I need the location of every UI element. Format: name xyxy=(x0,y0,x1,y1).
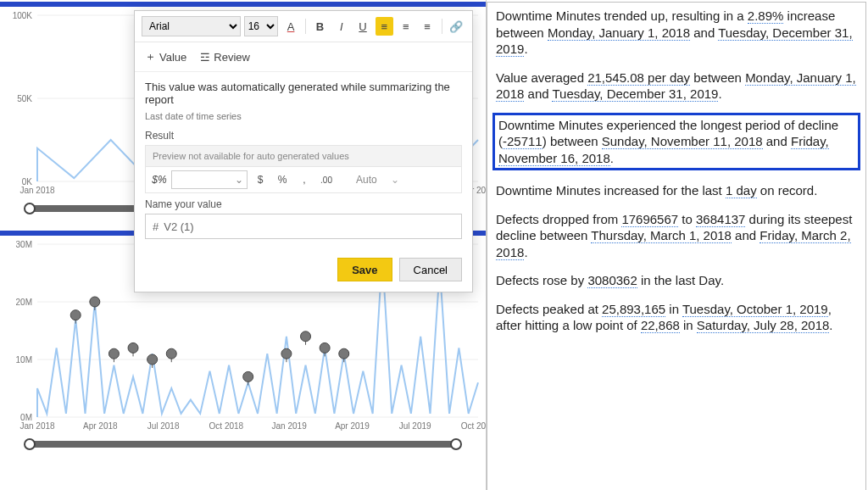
result-preview: Preview not available for auto generated… xyxy=(145,145,462,167)
align-right-button[interactable]: ≡ xyxy=(418,17,436,36)
result-label: Result xyxy=(145,130,462,142)
cancel-button[interactable]: Cancel xyxy=(399,258,462,281)
svg-point-37 xyxy=(70,310,81,320)
decimal-button[interactable]: .00 xyxy=(317,170,336,189)
chart-defects-slider[interactable] xyxy=(29,441,457,448)
slider-thumb-left[interactable] xyxy=(24,203,36,214)
svg-text:Jul 2018: Jul 2018 xyxy=(147,421,180,431)
name-label: Name your value xyxy=(145,198,462,210)
svg-text:Oct 2018: Oct 2018 xyxy=(209,421,244,431)
slider-thumb-left[interactable] xyxy=(24,438,36,450)
svg-text:Jan 2019: Jan 2019 xyxy=(272,421,308,431)
tab-value[interactable]: ＋Value xyxy=(143,47,188,66)
svg-text:Apr 2019: Apr 2019 xyxy=(335,421,370,431)
narrative-line: Defects dropped from 17696567 to 3684137… xyxy=(496,211,857,261)
format-dropdown[interactable]: ⌄ xyxy=(171,170,248,189)
tab-review[interactable]: ☲Review xyxy=(198,47,252,66)
variable-icon: $% xyxy=(151,174,168,186)
svg-text:Jan 2018: Jan 2018 xyxy=(19,186,55,195)
narrative-line: Defects rose by 3080362 in the last Day. xyxy=(496,272,857,289)
svg-text:Jan 2018: Jan 2018 xyxy=(19,421,55,431)
svg-text:10M: 10M xyxy=(16,355,32,365)
link-button[interactable]: 🔗 xyxy=(448,17,465,36)
svg-point-41 xyxy=(108,348,119,359)
font-size-select[interactable]: 16 xyxy=(244,16,279,36)
align-center-button[interactable]: ≡ xyxy=(397,17,415,36)
svg-text:30M: 30M xyxy=(16,240,32,249)
font-family-select[interactable]: Arial xyxy=(142,16,241,36)
slider-thumb-right[interactable] xyxy=(450,438,462,450)
charts-panel: 0K50K100KJan 2018Apr 2018 0M10M20M30MJan… xyxy=(0,0,487,490)
svg-text:20M: 20M xyxy=(16,298,32,307)
value-editor-popup: Arial 16 A B I U ≡ ≡ ≡ 🔗 ＋Value ☲Review xyxy=(134,10,473,292)
italic-button[interactable]: I xyxy=(332,17,350,36)
svg-point-53 xyxy=(301,331,311,342)
svg-point-49 xyxy=(243,371,253,381)
svg-point-43 xyxy=(128,342,138,353)
popup-description: This value was automatically generated w… xyxy=(145,81,462,106)
popup-tabs: ＋Value ☲Review xyxy=(135,42,472,72)
svg-point-55 xyxy=(320,342,330,353)
format-toolbar: Arial 16 A B I U ≡ ≡ ≡ 🔗 xyxy=(135,11,472,42)
format-row: $% ⌄ $ % , .00 Auto ⌄ xyxy=(145,167,462,193)
auto-format-button[interactable]: Auto xyxy=(351,170,382,189)
svg-text:100K: 100K xyxy=(13,11,33,20)
underline-button[interactable]: U xyxy=(353,17,371,36)
narrative-highlighted[interactable]: Downtime Minutes experienced the longest… xyxy=(492,113,860,171)
svg-point-45 xyxy=(147,354,158,365)
currency-button[interactable]: $ xyxy=(251,170,270,189)
format-dropdown-caret[interactable]: ⌄ xyxy=(386,170,404,189)
svg-point-57 xyxy=(339,348,349,359)
thousands-button[interactable]: , xyxy=(295,170,314,189)
narrative-line: Downtime Minutes experienced the longest… xyxy=(498,117,854,167)
svg-point-51 xyxy=(281,348,292,359)
svg-text:Apr 2018: Apr 2018 xyxy=(83,421,118,431)
name-input[interactable]: # V2 (1) xyxy=(145,214,462,239)
svg-text:Jul 2019: Jul 2019 xyxy=(399,421,431,431)
svg-point-39 xyxy=(90,297,100,307)
narrative-line: Downtime Minutes trended up, resulting i… xyxy=(496,8,857,58)
save-button[interactable]: Save xyxy=(337,258,392,281)
font-color-button[interactable]: A xyxy=(281,17,299,36)
hash-icon: # xyxy=(153,220,159,233)
svg-text:50K: 50K xyxy=(17,94,32,103)
narrative-line: Value averaged 21,545.08 per day between… xyxy=(496,70,857,103)
percent-button[interactable]: % xyxy=(273,170,292,189)
narrative-line: Downtime Minutes increased for the last … xyxy=(496,182,857,199)
narrative-line: Defects peaked at 25,893,165 in Tuesday,… xyxy=(496,301,857,334)
align-left-button[interactable]: ≡ xyxy=(376,17,393,36)
popup-subtitle: Last date of time series xyxy=(145,111,462,121)
bold-button[interactable]: B xyxy=(311,17,329,36)
narrative-panel[interactable]: Downtime Minutes trended up, resulting i… xyxy=(487,2,866,490)
svg-text:Oct 2019: Oct 2019 xyxy=(461,421,487,431)
svg-point-47 xyxy=(166,348,176,359)
